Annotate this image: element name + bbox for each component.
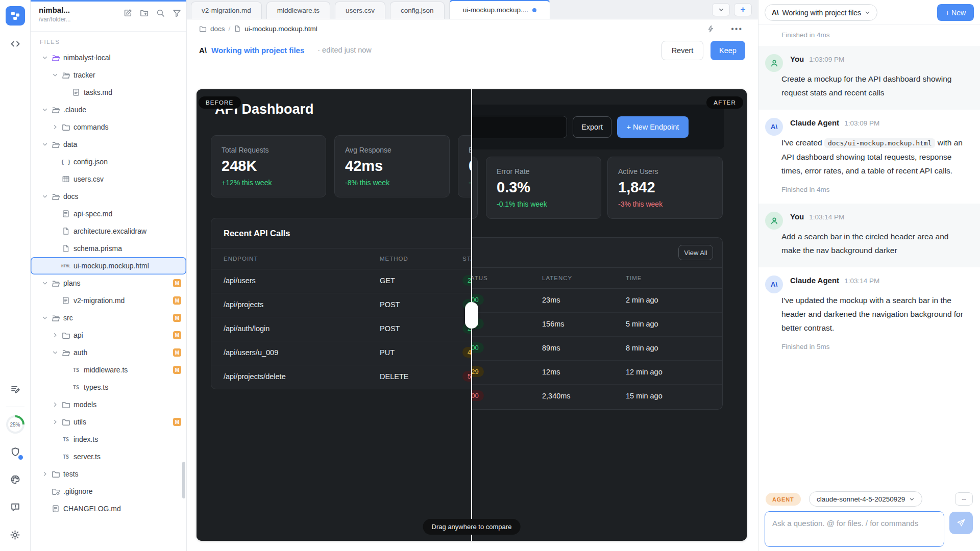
tree-item-users-csv[interactable]: users.csv (31, 170, 186, 188)
tree-item-plans[interactable]: plansM (31, 274, 186, 292)
quick-action-lightning-icon[interactable] (707, 25, 715, 33)
folder-icon (60, 331, 71, 340)
new-file-icon[interactable] (124, 9, 132, 17)
new-chat-button[interactable]: + New (937, 4, 974, 21)
agent-selector-dropdown[interactable]: A\ Working with project files (765, 4, 877, 21)
column-header: ENDPOINT (224, 256, 258, 262)
tab-v2-migration[interactable]: v2-migration.md (191, 2, 262, 19)
tree-item-label: index.ts (74, 435, 98, 443)
column-header: TIME (626, 275, 642, 281)
chat-input[interactable]: Ask a question. @ for files. / for comma… (765, 511, 944, 547)
model-selector-dropdown[interactable]: claude-sonnet-4-5-20250929 (809, 491, 922, 507)
chevron-right-icon[interactable] (50, 332, 60, 338)
stat-label: Avg Response (472, 167, 477, 176)
agent-activity-label[interactable]: Working with project files (211, 46, 304, 55)
agent-badge: AGENT (766, 493, 801, 506)
tree-item-config-json[interactable]: { }config.json (31, 153, 186, 170)
file-path-chip[interactable]: docs/ui-mockup.mockup.html (824, 138, 936, 148)
tree-item-tasks-md[interactable]: tasks.md (31, 84, 186, 101)
export-button[interactable]: Export (573, 116, 611, 138)
tree-item-index-ts[interactable]: TSindex.ts (31, 431, 186, 448)
filter-icon[interactable] (173, 9, 181, 17)
chevron-down-icon[interactable] (50, 349, 60, 356)
tree-item-ui-mockup-mockup-html[interactable]: HTMLui-mockup.mockup.html (31, 257, 186, 274)
chevron-right-icon[interactable] (50, 124, 60, 130)
new-endpoint-button[interactable]: + New Endpoint (617, 116, 689, 138)
compare-viewport[interactable]: API Dashboard Total Requests248K+12% thi… (197, 89, 747, 541)
modified-badge: M (173, 348, 181, 357)
tree-item-tests[interactable]: tests (31, 465, 186, 483)
tree-item-schema-prisma[interactable]: schema.prisma (31, 240, 186, 257)
code-view-icon[interactable] (6, 35, 24, 53)
stat-card: Avg Response42ms-8% this week (472, 157, 478, 219)
tree-item-src[interactable]: srcM (31, 309, 186, 327)
chevron-right-icon[interactable] (50, 402, 60, 408)
user-message: You1:03:09 PM Create a mockup for the AP… (758, 46, 980, 110)
chevron-down-icon[interactable] (40, 280, 50, 286)
tree-item-tracker[interactable]: tracker (31, 66, 186, 84)
new-folder-icon[interactable] (140, 9, 149, 17)
tree-item-docs[interactable]: docs (31, 188, 186, 205)
breadcrumb-folder[interactable]: docs (210, 25, 225, 33)
tree-item-auth[interactable]: authM (31, 344, 186, 361)
revert-button[interactable]: Revert (662, 41, 703, 60)
endpoint-search-input[interactable]: Search endpoints... (472, 116, 567, 138)
tree-item-types-ts[interactable]: TStypes.ts (31, 379, 186, 396)
usage-progress-ring[interactable]: 25% (6, 415, 24, 434)
modified-badge: M (173, 296, 181, 305)
table-row: /api/auth/loginPOST20089ms8 min ago (472, 337, 722, 361)
tree-item-v2-migration-md[interactable]: v2-migration.mdM (31, 292, 186, 309)
new-tab-icon[interactable]: + (734, 3, 752, 16)
tree-item-middleware-ts[interactable]: TSmiddleware.tsM (31, 361, 186, 379)
ts-icon: TS (70, 367, 82, 373)
tab-config-json[interactable]: config.json (390, 2, 445, 19)
chevron-down-icon[interactable] (40, 315, 50, 321)
tree-item-label: schema.prisma (74, 244, 122, 253)
tree-item-architecture-excalidraw[interactable]: architecture.excalidraw (31, 222, 186, 240)
tree-item-utils[interactable]: utilsM (31, 413, 186, 431)
notes-edit-icon[interactable] (6, 380, 24, 398)
tree-item-api[interactable]: apiM (31, 327, 186, 344)
chevron-down-icon[interactable] (40, 141, 50, 147)
more-options-icon[interactable]: ••• (731, 24, 743, 34)
tree-item-models[interactable]: models (31, 396, 186, 413)
tree-item-label: .gitignore (63, 487, 93, 495)
tree-item-changelog-md[interactable]: CHANGELOG.md (31, 500, 186, 517)
tree-item-data[interactable]: data (31, 136, 186, 153)
app-window: 25% nimbal... /var/folder... (0, 0, 980, 551)
doc-icon (60, 210, 71, 218)
send-button[interactable] (949, 512, 973, 534)
chevron-down-icon[interactable] (40, 193, 50, 199)
chevron-right-icon[interactable] (40, 471, 50, 477)
tab-users-csv[interactable]: users.csv (335, 2, 385, 19)
app-logo-icon[interactable] (6, 6, 25, 26)
view-all-button[interactable]: View All (678, 245, 713, 260)
theme-palette-icon[interactable] (6, 470, 24, 489)
time-cell: 12 min ago (626, 368, 663, 376)
tree-item-server-ts[interactable]: TSserver.ts (31, 448, 186, 465)
file-tree-scrollbar[interactable] (182, 462, 185, 498)
tree-item--claude[interactable]: .claude (31, 101, 186, 118)
composer-more-button[interactable]: -- (955, 492, 973, 506)
tree-item-api-spec-md[interactable]: api-spec.md (31, 205, 186, 222)
compare-drag-handle[interactable] (465, 302, 478, 329)
csv-icon (60, 175, 71, 183)
tree-item-commands[interactable]: commands (31, 118, 186, 136)
tree-item--gitignore[interactable]: .gitignore (31, 483, 186, 500)
chevron-down-icon[interactable] (50, 72, 60, 78)
chevron-right-icon[interactable] (50, 419, 60, 425)
tab-ui-mockup[interactable]: ui-mockup.mockup.... (449, 0, 550, 19)
chevron-down-icon[interactable] (40, 107, 50, 113)
tree-item-label: utils (74, 418, 86, 426)
settings-gear-icon[interactable] (6, 525, 24, 544)
search-icon[interactable] (156, 9, 165, 17)
sender-name: Claude Agent (790, 118, 839, 127)
chevron-down-icon[interactable] (40, 55, 50, 61)
tree-item-nimbalyst-local[interactable]: nimbalyst-local (31, 49, 186, 66)
keep-button[interactable]: Keep (710, 41, 745, 60)
security-shield-icon[interactable] (6, 443, 24, 461)
tab-overflow-chevron-icon[interactable] (712, 3, 730, 16)
tab-middleware[interactable]: middleware.ts (266, 2, 330, 19)
method-cell: POST (380, 324, 400, 333)
feedback-icon[interactable] (6, 498, 24, 516)
